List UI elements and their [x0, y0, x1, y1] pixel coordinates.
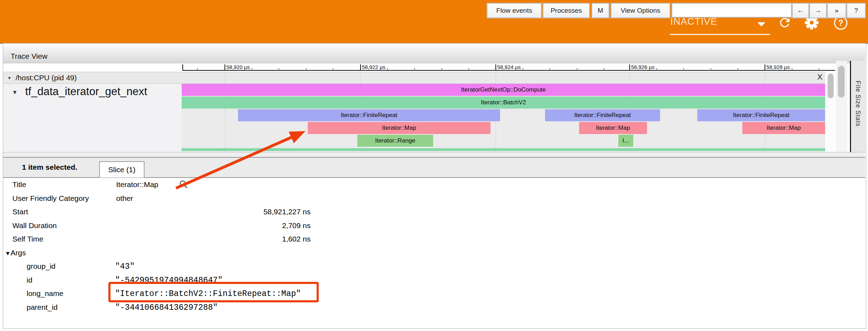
ruler-minor-tick: [657, 68, 657, 71]
process-track-header[interactable]: ▾ /host:CPU (pid 49): [3, 72, 825, 84]
ruler-tick: [225, 64, 225, 71]
trace-slice[interactable]: I...: [618, 135, 633, 147]
ruler-minor-tick: [252, 68, 252, 71]
ruler-minor-tick: [683, 68, 684, 71]
ruler-tick-label: 58,926 µs: [631, 64, 654, 70]
panel-scrollbar: [836, 61, 847, 152]
expander-triangle-icon: ▾: [8, 75, 11, 81]
ruler-minor-tick: [738, 68, 738, 71]
find-prev-button[interactable]: ←: [792, 3, 809, 18]
run-status-label: INACTIVE: [670, 16, 717, 27]
ruler-baseline: [182, 70, 835, 71]
ruler-minor-tick: [306, 68, 306, 71]
trace-view-toolbar: Trace View: [3, 43, 865, 63]
ruler-minor-tick: [550, 68, 550, 71]
ruler-minor-tick: [333, 68, 333, 71]
panel-divider[interactable]: [3, 152, 865, 158]
ruler-minor-tick: [792, 68, 792, 71]
trace-slice-partial: [182, 148, 825, 151]
thread-track-label: tf_data_iterator_get_next: [25, 85, 147, 98]
shortcuts-help-button[interactable]: ?: [847, 3, 866, 18]
ruler-minor-tick: [197, 68, 198, 71]
trace-slice[interactable]: Iterator::Map: [308, 122, 490, 134]
vertical-scrollbar-thumb[interactable]: [838, 66, 845, 98]
ruler-tick-label: 58,928 µs: [766, 64, 790, 70]
expander-triangle-icon: ▼: [5, 250, 11, 256]
metadata-button[interactable]: M: [592, 3, 609, 18]
detail-row-label: id: [27, 276, 32, 284]
detail-row-label: User Friendly Category: [12, 194, 89, 203]
tab-slice[interactable]: Slice (1): [99, 161, 144, 178]
chevron-down-icon: [758, 22, 765, 27]
ruler-edge-tick: [182, 64, 183, 71]
help-button[interactable]: ?: [834, 16, 847, 30]
detail-row-value: Iterator::Map: [116, 180, 158, 189]
trace-slice[interactable]: Iterator::FiniteRepeat: [697, 109, 825, 121]
args-section-label: Args: [11, 249, 26, 257]
detail-row-value: "-344106684136297288": [115, 303, 218, 312]
trace-slice-label: Iterator::Range: [375, 137, 415, 144]
trace-slice[interactable]: Iterator::Map: [742, 122, 825, 134]
processes-button[interactable]: Processes: [543, 3, 590, 18]
ruler-minor-tick: [604, 68, 604, 71]
trace-slice[interactable]: Iterator::FiniteRepeat: [545, 109, 660, 121]
detail-row-label: Wall Duration: [12, 221, 57, 230]
ruler-tick: [765, 64, 765, 71]
thread-track-header[interactable]: ▾ tf_data_iterator_get_next: [3, 84, 182, 152]
trace-slice[interactable]: IteratorGetNextOp::DoCompute: [182, 84, 825, 96]
help-icon: ?: [834, 16, 847, 30]
ruler-minor-tick: [711, 68, 711, 71]
file-size-stats-tab[interactable]: File Size Stats: [850, 61, 867, 152]
trace-slice[interactable]: Iterator::Map: [579, 122, 647, 134]
detail-row-label: group_id: [27, 262, 56, 271]
detail-row-value: "Iterator::BatchV2::FiniteRepeat::Map": [115, 289, 301, 298]
close-track-button[interactable]: X: [815, 72, 825, 82]
detail-row-label: parent_id: [27, 303, 58, 312]
trace-slice-label: Iterator::FiniteRepeat: [733, 112, 790, 119]
profiler-app: INACTIVE ? Trac: [0, 0, 868, 331]
ruler-tick: [495, 64, 496, 71]
flow-events-button[interactable]: Flow events: [487, 3, 541, 18]
detail-row-value: "43": [115, 262, 135, 271]
trace-slice-label: Iterator::Map: [767, 124, 801, 132]
find-next-button[interactable]: →: [810, 3, 827, 18]
process-track-label: /host:CPU (pid 49): [16, 74, 77, 82]
ruler-minor-tick: [414, 68, 415, 71]
trace-slice-label: Iterator::Map: [382, 124, 416, 132]
expander-triangle-icon: ▾: [13, 88, 17, 96]
detail-row-value: 58,921,227 ns: [152, 208, 311, 216]
detail-row-label: Self Time: [12, 235, 44, 243]
magnifier-icon[interactable]: [179, 180, 188, 189]
ruler-minor-tick: [819, 68, 819, 71]
selection-status: 1 item selected.: [22, 163, 77, 172]
trace-slice-label: Iterator::FiniteRepeat: [341, 112, 397, 119]
details-panel-header: 1 item selected. Slice (1): [3, 158, 865, 178]
args-expander[interactable]: ▼Args: [5, 249, 26, 257]
ruler-minor-tick: [387, 68, 388, 71]
detail-row-value: other: [116, 194, 133, 203]
trace-slice-label: Iterator::FiniteRepeat: [574, 112, 631, 119]
refresh-button[interactable]: [778, 16, 792, 31]
ruler-tick: [360, 64, 361, 71]
trace-slice[interactable]: Iterator::BatchV2: [182, 97, 825, 109]
trace-slice[interactable]: Iterator::FiniteRepeat: [238, 109, 500, 121]
ruler-minor-tick: [442, 68, 442, 71]
detail-row-label: long_name: [27, 289, 63, 298]
more-tools-button[interactable]: »: [827, 3, 846, 18]
track-scrollbar: [826, 72, 835, 152]
trace-slice[interactable]: Iterator::Range: [357, 135, 433, 147]
run-status-dropdown[interactable]: INACTIVE: [670, 16, 770, 35]
detail-row-label: Title: [12, 180, 26, 189]
detail-row-value: "-5429951974994848647": [115, 276, 223, 285]
ruler-tick-label: 58,922 µs: [362, 64, 385, 70]
ruler-minor-tick: [279, 68, 279, 71]
ruler-tick-label: 58,920 µs: [226, 64, 250, 70]
detail-row-value: 2,709 ns: [152, 221, 311, 230]
ruler-minor-tick: [469, 68, 469, 71]
vertical-scrollbar-thumb[interactable]: [828, 74, 834, 98]
find-input[interactable]: [672, 3, 792, 17]
view-options-button[interactable]: View Options: [611, 3, 670, 18]
trace-slice-label: IteratorGetNextOp::DoCompute: [461, 86, 546, 93]
trace-slice-label: Iterator::Map: [596, 124, 630, 132]
ruler-tick: [629, 64, 630, 71]
